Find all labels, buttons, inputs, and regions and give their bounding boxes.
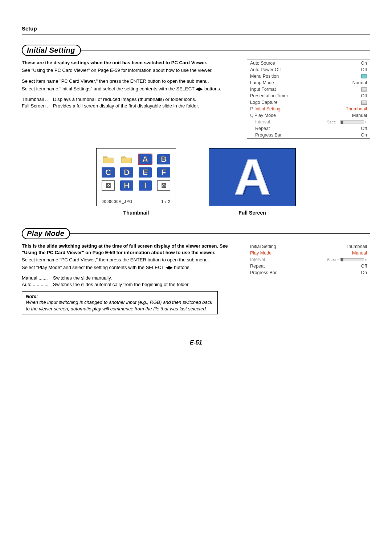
def-term: Auto ............ bbox=[22, 281, 53, 288]
thumbnail-label: Thumbnail bbox=[96, 210, 176, 216]
menu-value: Normal bbox=[352, 80, 367, 85]
fullscreen-label: Full Screen bbox=[209, 210, 296, 216]
menu-table-play: Initial SettingThumbnailPlay ModeManualI… bbox=[247, 243, 370, 276]
menu-row: Presentation TimerOff bbox=[247, 93, 370, 99]
slide-thumb: H bbox=[120, 180, 133, 191]
section-title-row: Play Mode bbox=[22, 228, 370, 239]
menu-value: Thumbnail bbox=[346, 244, 367, 249]
thumb-file-name: 0000000A_JPG bbox=[102, 200, 132, 204]
menu-value-icon bbox=[361, 87, 367, 91]
def-row: Full Screen ..Provides a full screen dis… bbox=[22, 103, 239, 109]
figure-row: ABCDEF⊠HI⊠ 0000000A_JPG 1 / 2 Thumbnail … bbox=[22, 148, 370, 216]
menu-row: Interval5sec − + bbox=[247, 119, 370, 125]
slide-thumb: B bbox=[157, 154, 170, 164]
menu-value: Off bbox=[361, 93, 367, 98]
menu-row: Initial SettingThumbnail bbox=[247, 243, 370, 250]
menu-value-icon bbox=[361, 74, 367, 78]
interval-slider: 5sec − + bbox=[327, 257, 367, 262]
menu-label: Progress Bar bbox=[250, 270, 277, 275]
p1: Select item name "PC Card Viewer," then … bbox=[22, 78, 239, 85]
menu-row: RepeatOff bbox=[247, 263, 370, 269]
menu-row: Logo Capture bbox=[247, 99, 370, 106]
menu-label: Input Format bbox=[250, 87, 276, 92]
menu-row: Lamp ModeNormal bbox=[247, 80, 370, 86]
select-arrows-icon: ◀▶ bbox=[166, 265, 173, 270]
def-desc: Switches the slide manually. bbox=[53, 275, 239, 281]
menu-value: On bbox=[361, 270, 367, 275]
footer-rule bbox=[22, 321, 370, 321]
menu-row: Auto Power OffOff bbox=[247, 66, 370, 73]
broken-image-icon: ⊠ bbox=[157, 180, 170, 191]
section-header: Setup bbox=[22, 25, 370, 32]
menu-label: Presentation Timer bbox=[250, 93, 288, 98]
intro-bold-2: This is the slide switching setting at t… bbox=[22, 243, 239, 256]
def-row: Thumbnail ..Displays a thumbnail of redu… bbox=[22, 96, 239, 103]
menu-row: Input Format bbox=[247, 86, 370, 93]
play-mode-text: This is the slide switching setting at t… bbox=[22, 243, 239, 314]
menu-label: Logo Capture bbox=[250, 100, 278, 105]
section-title-pill: Initial Setting bbox=[22, 45, 81, 56]
menu-label: Interval bbox=[255, 119, 270, 125]
menu-row: Progress BarOn bbox=[247, 269, 370, 276]
p1-2: Select item name "PC Card Viewer," then … bbox=[22, 257, 239, 263]
header-rule bbox=[22, 34, 370, 34]
menu-value: On bbox=[361, 61, 367, 66]
def-row: Auto ............Switches the slides aut… bbox=[22, 281, 239, 288]
folder-icon bbox=[102, 154, 115, 164]
menu-value: Manual bbox=[352, 113, 367, 118]
menu-label: Repeat bbox=[250, 264, 265, 269]
menu-value-icon bbox=[361, 101, 367, 105]
menu-table-initial: Auto SourceOnAuto Power OffOffMenu Posit… bbox=[247, 60, 370, 139]
menu-label: QPlay Mode bbox=[250, 113, 276, 118]
initial-setting-text: These are the display settings when the … bbox=[22, 60, 239, 109]
def-desc: Displays a thumbnail of reduced images (… bbox=[53, 96, 239, 103]
note-body: When the input switching is changed to a… bbox=[26, 299, 214, 312]
menu-row: Play ModeManual bbox=[247, 250, 370, 256]
slide-thumb: E bbox=[139, 167, 152, 178]
fullscreen-letter: A bbox=[234, 152, 270, 203]
def-desc: Switches the slides automatically from t… bbox=[53, 281, 239, 288]
note-box: Note: When the input switching is change… bbox=[22, 291, 218, 314]
slide-thumb: F bbox=[157, 167, 170, 178]
menu-value: Thumbnail bbox=[346, 106, 367, 111]
slide-thumb: A bbox=[139, 154, 152, 164]
p2-2: Select "Play Mode" and select the settin… bbox=[22, 264, 239, 271]
menu-value: On bbox=[361, 133, 367, 138]
def-term: Manual ....... bbox=[22, 275, 53, 281]
section-title-line bbox=[80, 50, 370, 50]
select-arrows-icon: ◀▶ bbox=[196, 86, 203, 91]
fullscreen-preview: A bbox=[209, 148, 296, 206]
slide-thumb: D bbox=[120, 167, 133, 178]
menu-row: Menu Position bbox=[247, 73, 370, 80]
menu-label: Play Mode bbox=[250, 250, 271, 256]
def-term: Full Screen .. bbox=[22, 103, 53, 109]
intro-2: See "Using the PC Card Viewer" on Page E… bbox=[22, 67, 239, 74]
menu-row: PInitial SettingThumbnail bbox=[247, 106, 370, 112]
menu-label: Repeat bbox=[255, 126, 270, 131]
menu-row: Progress BarOn bbox=[247, 132, 370, 138]
menu-label: Auto Source bbox=[250, 61, 275, 66]
folder-icon bbox=[120, 154, 133, 164]
def-term: Thumbnail .. bbox=[22, 96, 53, 103]
menu-row: QPlay ModeManual bbox=[247, 112, 370, 119]
menu-label: Progress Bar bbox=[255, 133, 282, 138]
menu-value: Off bbox=[361, 67, 367, 72]
section-title-line bbox=[69, 233, 370, 234]
thumb-page-index: 1 / 2 bbox=[162, 200, 171, 204]
slide-thumb: I bbox=[139, 180, 152, 191]
menu-label: Interval bbox=[250, 257, 265, 262]
section-title-row: Initial Setting bbox=[22, 45, 370, 56]
menu-value: Off bbox=[361, 264, 367, 269]
def-row: Manual .......Switches the slide manuall… bbox=[22, 275, 239, 281]
menu-row: RepeatOff bbox=[247, 125, 370, 132]
menu-label: Menu Position bbox=[250, 74, 279, 79]
menu-label: Lamp Mode bbox=[250, 80, 274, 85]
menu-row: Interval5sec − + bbox=[247, 256, 370, 263]
thumbnail-preview: ABCDEF⊠HI⊠ 0000000A_JPG 1 / 2 bbox=[96, 148, 176, 206]
slide-thumb: C bbox=[102, 167, 115, 178]
menu-row: Auto SourceOn bbox=[247, 60, 370, 66]
menu-value: Off bbox=[361, 126, 367, 131]
interval-slider: 5sec − + bbox=[327, 120, 367, 124]
broken-image-icon: ⊠ bbox=[102, 180, 115, 191]
menu-label: Initial Setting bbox=[250, 244, 276, 249]
